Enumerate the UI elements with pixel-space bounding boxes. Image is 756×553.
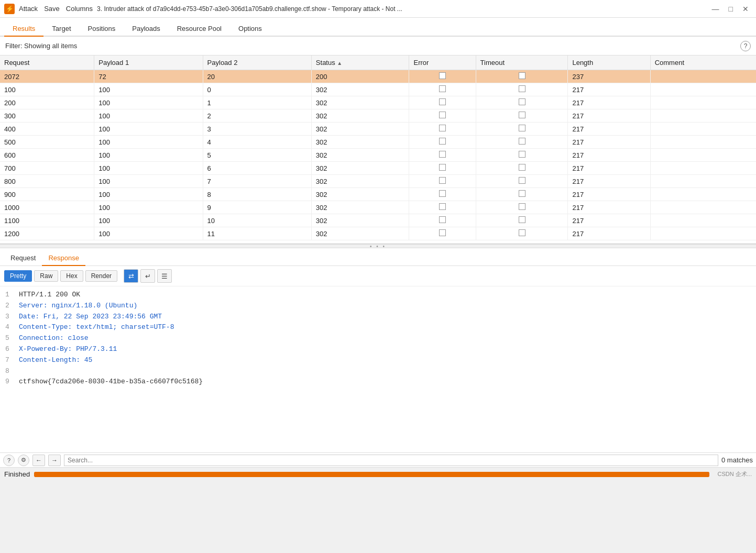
table-row[interactable]: 2001001302217: [0, 96, 756, 109]
col-header-comment[interactable]: Comment: [650, 56, 756, 70]
line-number: 4: [5, 322, 14, 333]
col-header-timeout[interactable]: Timeout: [476, 56, 568, 70]
checkbox[interactable]: [439, 85, 446, 92]
table-row[interactable]: 5001004302217: [0, 136, 756, 149]
checkbox[interactable]: [519, 72, 525, 79]
table-cell-1: 100: [94, 136, 203, 149]
format-render-button[interactable]: Render: [85, 270, 117, 282]
table-cell-0: 700: [0, 162, 94, 175]
table-row[interactable]: 110010010302217: [0, 214, 756, 227]
columns-menu[interactable]: Columns: [66, 5, 93, 13]
table-cell-6: 217: [568, 109, 650, 123]
checkbox[interactable]: [519, 112, 525, 118]
checkbox[interactable]: [439, 125, 446, 131]
tab-options[interactable]: Options: [230, 21, 270, 37]
close-button[interactable]: ✕: [739, 4, 752, 14]
checkbox[interactable]: [439, 177, 446, 184]
filter-help-button[interactable]: ?: [740, 41, 751, 51]
forward-button[interactable]: →: [48, 455, 61, 466]
drag-handle[interactable]: • • •: [0, 244, 756, 248]
col-header-payload1[interactable]: Payload 1: [94, 56, 203, 70]
tab-target[interactable]: Target: [43, 21, 79, 37]
table-cell-3: 302: [311, 201, 409, 214]
table-cell-5: [476, 96, 568, 109]
tab-response[interactable]: Response: [42, 251, 85, 266]
tab-resource-pool[interactable]: Resource Pool: [169, 21, 230, 37]
format-bar: Pretty Raw Hex Render ⇄ ↵ ☰: [0, 266, 756, 286]
table-cell-7: [650, 109, 756, 123]
table-row[interactable]: 1001000302217: [0, 83, 756, 96]
checkbox[interactable]: [519, 190, 525, 197]
checkbox[interactable]: [519, 164, 525, 171]
checkbox[interactable]: [439, 203, 446, 210]
checkbox[interactable]: [519, 85, 525, 92]
newline-icon-button[interactable]: ↵: [140, 269, 155, 283]
pretty-print-icon-button[interactable]: ⇄: [124, 269, 138, 283]
checkbox[interactable]: [519, 125, 525, 131]
col-header-error[interactable]: Error: [409, 56, 476, 70]
col-header-request[interactable]: Request: [0, 56, 94, 70]
minimize-button[interactable]: —: [709, 4, 722, 14]
menu-icon-button[interactable]: ☰: [157, 269, 172, 283]
table-cell-6: 237: [568, 70, 650, 83]
code-line: 2Server: nginx/1.18.0 (Ubuntu): [5, 301, 751, 312]
back-button[interactable]: ←: [32, 455, 45, 466]
table-row[interactable]: 120010011302217: [0, 227, 756, 240]
table-cell-6: 217: [568, 227, 650, 240]
checkbox[interactable]: [439, 98, 446, 105]
maximize-button[interactable]: □: [726, 4, 736, 14]
checkbox[interactable]: [439, 164, 446, 171]
checkbox[interactable]: [519, 203, 525, 210]
response-code-area[interactable]: 1HTTP/1.1 200 OK2Server: nginx/1.18.0 (U…: [0, 286, 756, 452]
table-cell-1: 100: [94, 109, 203, 123]
col-header-status[interactable]: Status ▲: [311, 56, 409, 70]
attack-menu[interactable]: Attack: [19, 5, 38, 13]
corner-branding-text: CSDN 企术...: [718, 470, 752, 478]
table-cell-0: 1100: [0, 214, 94, 227]
table-row[interactable]: 3001002302217: [0, 109, 756, 123]
checkbox[interactable]: [439, 138, 446, 145]
progress-bar: [34, 472, 709, 477]
code-line: 8: [5, 366, 751, 377]
tab-payloads[interactable]: Payloads: [124, 21, 168, 37]
table-cell-7: [650, 149, 756, 162]
table-row[interactable]: 6001005302217: [0, 149, 756, 162]
table-cell-2: 9: [203, 201, 311, 214]
format-raw-button[interactable]: Raw: [34, 270, 58, 282]
checkbox[interactable]: [519, 98, 525, 105]
titlebar: ⚡ Attack Save Columns 3. Intruder attack…: [0, 0, 756, 18]
checkbox[interactable]: [439, 190, 446, 197]
checkbox[interactable]: [439, 216, 446, 223]
table-row[interactable]: 8001007302217: [0, 175, 756, 188]
help-icon-button[interactable]: ?: [3, 455, 15, 466]
col-header-payload2[interactable]: Payload 2: [203, 56, 311, 70]
save-menu[interactable]: Save: [44, 5, 60, 13]
table-row[interactable]: 4001003302217: [0, 123, 756, 136]
table-row[interactable]: 20727220200237: [0, 70, 756, 83]
code-line: 1HTTP/1.1 200 OK: [5, 290, 751, 301]
checkbox[interactable]: [519, 177, 525, 184]
checkbox[interactable]: [439, 72, 446, 79]
tab-request[interactable]: Request: [4, 251, 42, 266]
pretty-print-icon: ⇄: [128, 272, 134, 280]
table-row[interactable]: 10001009302217: [0, 201, 756, 214]
table-row[interactable]: 9001008302217: [0, 188, 756, 201]
checkbox[interactable]: [519, 229, 525, 236]
table-row[interactable]: 7001006302217: [0, 162, 756, 175]
search-input[interactable]: [64, 455, 718, 466]
checkbox[interactable]: [439, 229, 446, 236]
titlebar-menu: Attack Save Columns: [19, 5, 93, 13]
settings-icon-button[interactable]: ⚙: [18, 455, 29, 466]
col-header-length[interactable]: Length: [568, 56, 650, 70]
checkbox[interactable]: [519, 138, 525, 145]
checkbox[interactable]: [439, 112, 446, 118]
tab-results[interactable]: Results: [4, 21, 43, 37]
table-cell-2: 0: [203, 83, 311, 96]
checkbox[interactable]: [519, 216, 525, 223]
checkbox[interactable]: [439, 151, 446, 158]
checkbox[interactable]: [519, 151, 525, 158]
tab-positions[interactable]: Positions: [80, 21, 124, 37]
format-hex-button[interactable]: Hex: [60, 270, 83, 282]
table-cell-4: [409, 162, 476, 175]
format-pretty-button[interactable]: Pretty: [4, 270, 32, 282]
